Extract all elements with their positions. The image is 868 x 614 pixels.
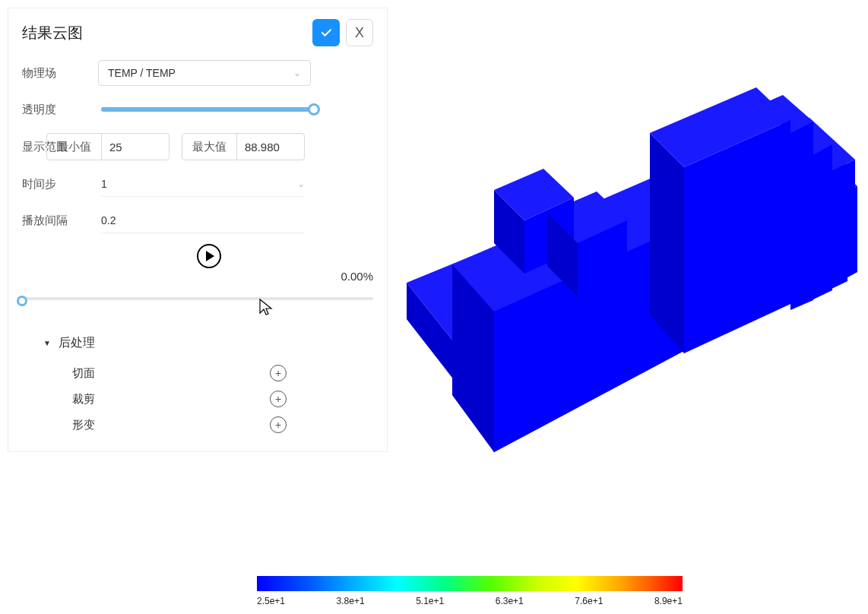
play-icon <box>206 251 214 261</box>
postprocess-header[interactable]: ▼ 后处理 <box>43 335 373 351</box>
display-range-row: 显示范围 最小值 25 最大值 88.980 <box>22 133 373 160</box>
panel-actions: X <box>312 19 373 46</box>
confirm-button[interactable] <box>312 19 340 46</box>
close-button[interactable]: X <box>346 19 373 46</box>
plus-icon: + <box>275 393 281 405</box>
range-max-input[interactable]: 最大值 88.980 <box>182 133 305 160</box>
legend-tick: 3.8e+1 <box>337 596 365 606</box>
opacity-label: 透明度 <box>22 103 90 117</box>
postprocess-item-deform: 形变 + <box>43 412 373 438</box>
physics-label: 物理场 <box>22 66 90 81</box>
timestep-label: 时间步 <box>22 177 90 191</box>
panel-header: 结果云图 X <box>22 19 373 46</box>
check-icon <box>319 26 333 40</box>
add-section-button[interactable]: + <box>270 365 287 381</box>
timestep-select[interactable]: 1 ⌄ <box>101 171 305 197</box>
interval-label: 播放间隔 <box>22 214 90 228</box>
physics-value: TEMP / TEMP <box>108 67 176 79</box>
add-clip-button[interactable]: + <box>270 391 287 407</box>
chevron-down-icon: ⌄ <box>297 179 305 189</box>
legend-tick: 7.6e+1 <box>575 596 603 606</box>
postprocess-section: ▼ 后处理 切面 + 裁剪 + 形变 + <box>22 335 373 438</box>
progress-slider[interactable] <box>22 297 373 300</box>
range-min-input[interactable]: 最小值 25 <box>46 133 169 160</box>
opacity-slider-knob[interactable] <box>308 103 320 116</box>
plus-icon: + <box>275 419 281 431</box>
svg-marker-14 <box>790 122 813 310</box>
physics-field-row: 物理场 TEMP / TEMP ⌄ <box>22 60 373 86</box>
opacity-row: 透明度 <box>22 97 373 122</box>
postprocess-item-section: 切面 + <box>43 360 373 386</box>
range-max-label: 最大值 <box>182 134 237 160</box>
legend-tick: 2.5e+1 <box>257 596 285 606</box>
playback-area: 0.00% <box>22 244 373 305</box>
legend-gradient <box>257 576 683 591</box>
postprocess-item-clip: 裁剪 + <box>43 386 373 412</box>
postprocess-item-label: 切面 <box>72 366 270 381</box>
model-render <box>395 0 866 486</box>
progress-slider-knob[interactable] <box>17 296 27 306</box>
interval-value: 0.2 <box>101 214 116 226</box>
postprocess-item-label: 形变 <box>72 418 270 432</box>
interval-row: 播放间隔 0.2 <box>22 207 373 233</box>
legend-tick: 5.1e+1 <box>416 596 444 606</box>
play-button[interactable] <box>197 244 221 268</box>
range-min-label: 最小值 <box>47 134 102 160</box>
interval-input[interactable]: 0.2 <box>101 207 305 233</box>
result-contour-panel: 结果云图 X 物理场 TEMP / TEMP ⌄ 透明度 显 <box>8 8 388 452</box>
range-min-value[interactable]: 25 <box>102 134 169 160</box>
timestep-row: 时间步 1 ⌄ <box>22 171 373 197</box>
progress-percent: 0.00% <box>341 270 373 283</box>
timestep-value: 1 <box>101 178 107 190</box>
chevron-down-icon: ⌄ <box>293 68 301 78</box>
physics-select[interactable]: TEMP / TEMP ⌄ <box>98 60 311 86</box>
postprocess-item-label: 裁剪 <box>72 392 270 407</box>
close-icon: X <box>355 25 364 41</box>
plus-icon: + <box>275 367 281 379</box>
add-deform-button[interactable]: + <box>270 416 287 433</box>
panel-title: 结果云图 <box>22 23 83 43</box>
caret-down-icon: ▼ <box>43 339 51 347</box>
legend-ticks: 2.5e+1 3.8e+1 5.1e+1 6.3e+1 7.6e+1 8.9e+… <box>257 596 683 606</box>
postprocess-title: 后处理 <box>59 335 95 351</box>
legend-tick: 6.3e+1 <box>496 596 524 606</box>
3d-viewport[interactable] <box>395 0 868 553</box>
range-max-value[interactable]: 88.980 <box>237 134 304 160</box>
color-legend: 2.5e+1 3.8e+1 5.1e+1 6.3e+1 7.6e+1 8.9e+… <box>257 576 683 606</box>
legend-tick: 8.9e+1 <box>654 596 683 606</box>
opacity-slider[interactable] <box>101 107 314 112</box>
svg-marker-23 <box>650 133 684 353</box>
